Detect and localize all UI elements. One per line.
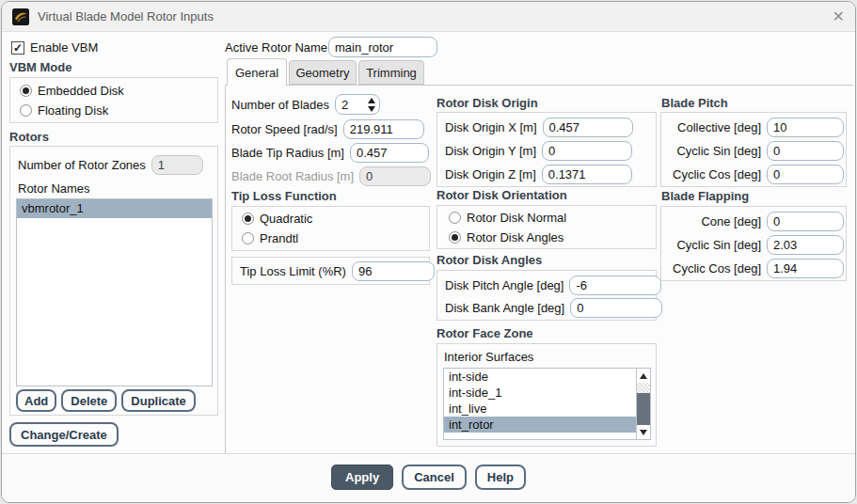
scrollbar-track[interactable] [637, 383, 650, 393]
pitch-cyclic-cos-input[interactable] [767, 165, 844, 184]
stepper-arrows-icon[interactable] [368, 98, 375, 112]
disk-bank-angle-input[interactable] [570, 298, 662, 318]
tab-pane-left-border [225, 85, 226, 453]
rotor-disk-angles-heading: Rotor Disk Angles [436, 253, 542, 267]
radio-disk-angles[interactable]: Rotor Disk Angles [449, 230, 563, 244]
rotor-zones-label: Number of Rotor Zones [18, 158, 146, 172]
blade-root-radius-label: Blade Root Radius [m] [231, 169, 354, 183]
embedded-disk-radio-icon[interactable] [20, 85, 32, 97]
tab-geometry[interactable]: Geometry [289, 60, 357, 85]
radio-quadratic[interactable]: Quadratic [242, 212, 312, 226]
interior-surfaces-label: Interior Surfaces [444, 350, 533, 364]
cone-label: Cone [deg] [667, 214, 761, 228]
flap-cyclic-sin-input[interactable] [767, 235, 844, 255]
collective-input[interactable] [767, 118, 844, 137]
collective-row: Collective [deg] [667, 118, 844, 137]
active-rotor-name-label: Active Rotor Name [225, 40, 327, 55]
disk-angles-radio-icon[interactable] [449, 231, 461, 244]
prandtl-label: Prandtl [260, 231, 298, 245]
pitch-cyclic-sin-input[interactable] [767, 141, 844, 161]
blade-root-radius-input[interactable] [359, 166, 431, 186]
quadratic-label: Quadratic [260, 212, 312, 226]
rotor-names-list[interactable]: vbmrotor_1 [16, 198, 213, 386]
rotor-speed-input[interactable] [343, 119, 424, 139]
rotor-disk-orientation-group: Rotor Disk Normal Rotor Disk Angles [436, 205, 657, 249]
disk-pitch-angle-label: Disk Pitch Angle [deg] [445, 278, 563, 292]
delete-button[interactable]: Delete [61, 389, 117, 412]
change-create-button[interactable]: Change/Create [9, 422, 119, 447]
tip-loss-limit-row: Tip Loss Limit (%R) [240, 261, 435, 281]
tip-loss-limit-group: Tip Loss Limit (%R) [231, 257, 430, 285]
rotor-zones-input[interactable] [151, 155, 203, 175]
surface-item[interactable]: int-side_1 [444, 385, 636, 401]
apply-button[interactable]: Apply [331, 465, 393, 490]
disk-pitch-angle-row: Disk Pitch Angle [deg] [445, 276, 661, 295]
footer-bar: Apply Cancel Help [2, 454, 855, 502]
scroll-down-icon[interactable] [637, 425, 650, 439]
disk-normal-radio-icon[interactable] [449, 212, 461, 224]
rotor-zones-row: Number of Rotor Zones [18, 155, 203, 175]
flap-cyclic-cos-input[interactable] [767, 259, 844, 278]
radio-floating-disk[interactable]: Floating Disk [20, 103, 108, 118]
help-button[interactable]: Help [475, 465, 526, 490]
enable-vbm-checkbox[interactable]: ✓ [11, 41, 24, 55]
active-rotor-name-input[interactable] [328, 37, 437, 57]
blade-root-radius-row: Blade Root Radius [m] [231, 166, 431, 186]
tip-loss-limit-label: Tip Loss Limit (%R) [240, 264, 346, 278]
prandtl-radio-icon[interactable] [242, 232, 254, 244]
number-of-blades-stepper[interactable]: 2 [335, 94, 380, 115]
duplicate-button[interactable]: Duplicate [121, 389, 196, 412]
tab-general-label: General [235, 66, 278, 80]
rotor-disk-origin-group: Disk Origin X [m] Disk Origin Y [m] Disk… [436, 112, 657, 187]
cancel-button[interactable]: Cancel [402, 465, 467, 490]
disk-origin-x-row: Disk Origin X [m] [445, 118, 633, 137]
number-of-blades-label: Number of Blades [231, 98, 329, 112]
cone-row: Cone [deg] [667, 212, 844, 231]
disk-pitch-angle-input[interactable] [569, 276, 661, 295]
stepper-up-icon[interactable] [368, 98, 375, 103]
tab-general[interactable]: General [227, 58, 287, 86]
floating-disk-radio-icon[interactable] [20, 104, 32, 117]
pitch-cyclic-cos-row: Cyclic Cos [deg] [667, 165, 844, 184]
rotor-speed-label: Rotor Speed [rad/s] [231, 122, 338, 136]
tip-loss-limit-input[interactable] [352, 261, 435, 281]
floating-disk-label: Floating Disk [38, 103, 108, 118]
embedded-disk-label: Embedded Disk [38, 84, 124, 98]
rotor-face-zone-group: Interior Surfaces int-side int-side_1 in… [436, 343, 657, 447]
rotor-disk-orientation-heading: Rotor Disk Orientation [436, 188, 567, 202]
disk-origin-x-input[interactable] [543, 118, 633, 137]
radio-disk-normal[interactable]: Rotor Disk Normal [449, 211, 566, 225]
pitch-cyclic-sin-row: Cyclic Sin [deg] [667, 141, 844, 161]
disk-origin-z-input[interactable] [542, 165, 632, 184]
tip-loss-function-heading: Tip Loss Function [231, 189, 337, 203]
surface-item[interactable]: int-side [444, 369, 636, 385]
disk-origin-x-label: Disk Origin X [m] [445, 120, 537, 134]
rotors-group: Number of Rotor Zones Rotor Names vbmrot… [9, 146, 218, 416]
surface-item[interactable]: int_live [444, 401, 636, 417]
scrollbar-thumb[interactable] [637, 393, 650, 425]
interior-surfaces-list[interactable]: int-side int-side_1 int_live int_rotor [443, 368, 651, 440]
number-of-blades-value: 2 [341, 98, 368, 112]
tab-trimming-label: Trimming [366, 66, 417, 80]
list-scrollbar[interactable] [636, 369, 650, 439]
quadratic-radio-icon[interactable] [242, 213, 254, 225]
add-button[interactable]: Add [16, 389, 56, 412]
rotor-list-buttons: Add Delete Duplicate [16, 389, 196, 412]
close-icon[interactable]: ✕ [833, 9, 845, 24]
radio-embedded-disk[interactable]: Embedded Disk [20, 84, 124, 98]
radio-prandtl[interactable]: Prandtl [242, 231, 298, 245]
window-title: Virtual Blade Model Rotor Inputs [38, 9, 214, 24]
rotor-name-item[interactable]: vbmrotor_1 [17, 199, 212, 218]
vbm-mode-group: Embedded Disk Floating Disk [9, 77, 218, 123]
disk-origin-z-label: Disk Origin Z [m] [445, 167, 536, 181]
rotors-heading: Rotors [9, 130, 49, 144]
surface-item-selected[interactable]: int_rotor [444, 417, 636, 433]
stepper-down-icon[interactable] [368, 106, 375, 112]
cone-input[interactable] [767, 212, 844, 231]
tab-geometry-label: Geometry [295, 66, 349, 80]
tab-trimming[interactable]: Trimming [358, 60, 424, 85]
disk-origin-y-input[interactable] [542, 141, 632, 161]
rotor-disk-angles-group: Disk Pitch Angle [deg] Disk Bank Angle [… [436, 270, 657, 321]
scroll-up-icon[interactable] [637, 369, 650, 383]
blade-tip-radius-input[interactable] [350, 143, 429, 163]
